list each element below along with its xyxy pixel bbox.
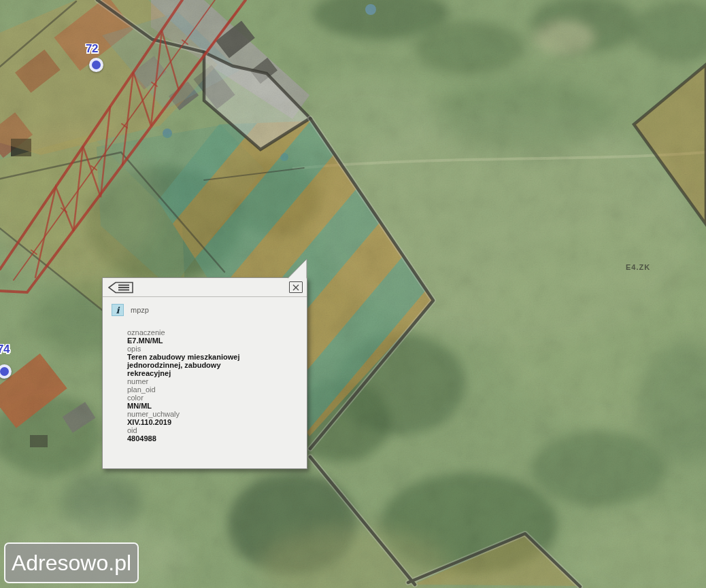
back-to-list-button[interactable] [108, 281, 134, 294]
popup-header [103, 278, 307, 297]
close-button[interactable] [289, 281, 303, 293]
field-value: E7.MN/ML [127, 336, 253, 345]
attribute-row: oid 4804988 [127, 426, 307, 443]
field-value: MN/ML [127, 402, 253, 410]
marker-label-72[interactable]: 72 [86, 42, 98, 56]
info-icon: i [112, 304, 124, 316]
layer-row: i mpzp [112, 304, 307, 316]
marker-label-74[interactable]: 74 [0, 343, 10, 356]
watermark-text: Adresowo.pl [12, 551, 131, 576]
attribute-row: numer_uchwaly XIV.110.2019 [127, 410, 307, 426]
attribute-row: plan_oid [127, 385, 307, 394]
field-label: color [127, 394, 307, 402]
map-viewer: E4.ZK 72 74 i mpzp [0, 0, 706, 588]
back-list-icon [108, 281, 134, 294]
field-label: opis [127, 345, 307, 353]
field-value: Teren zabudowy mieszkaniowej jednorodzin… [127, 353, 253, 377]
attribute-list: oznaczenie E7.MN/ML opis Teren zabudowy … [127, 328, 307, 443]
layer-title: mpzp [131, 306, 149, 314]
popup-body: i mpzp oznaczenie E7.MN/ML opis Teren za… [103, 304, 307, 443]
marker-dot-72[interactable] [89, 58, 103, 72]
field-label: numer [127, 377, 307, 385]
popup-pointer [288, 258, 308, 279]
field-label: plan_oid [127, 385, 307, 394]
attribute-row: color MN/ML [127, 394, 307, 410]
attribute-row: numer [127, 377, 307, 385]
adresowo-watermark: Adresowo.pl [4, 542, 139, 583]
field-value: XIV.110.2019 [127, 418, 253, 426]
field-label: oznaczenie [127, 328, 307, 336]
field-value: 4804988 [127, 434, 253, 443]
feature-info-popup: i mpzp oznaczenie E7.MN/ML opis Teren za… [102, 277, 307, 469]
close-icon [292, 284, 299, 291]
attribute-row: opis Teren zabudowy mieszkaniowej jednor… [127, 345, 307, 377]
attribute-row: oznaczenie E7.MN/ML [127, 328, 307, 345]
field-label: numer_uchwaly [127, 410, 307, 418]
field-label: oid [127, 426, 307, 434]
zone-label-e4zk: E4.ZK [626, 263, 650, 271]
